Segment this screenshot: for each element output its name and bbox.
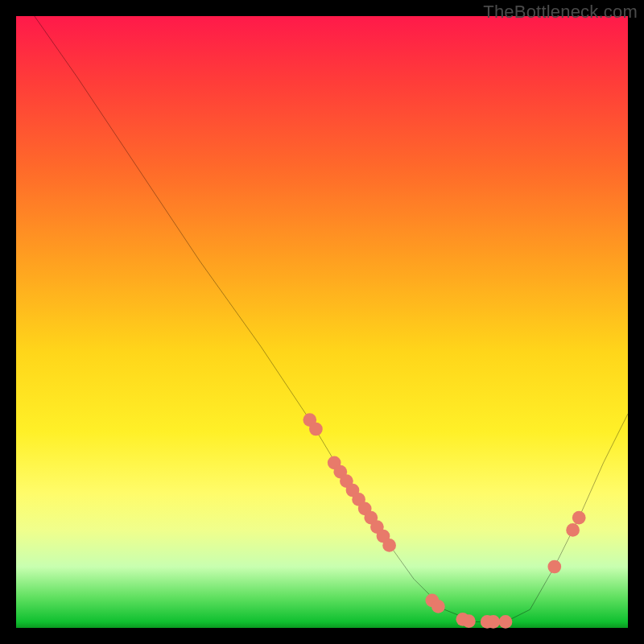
data-dot [431, 600, 445, 613]
data-dot [499, 615, 513, 629]
data-dot [462, 614, 476, 628]
data-dot [486, 615, 500, 629]
data-dot [309, 423, 323, 436]
bottleneck-curve [35, 16, 628, 621]
data-dot [566, 523, 580, 537]
data-dot [547, 560, 561, 574]
data-dot [572, 511, 586, 525]
chart-svg [16, 16, 628, 628]
data-dots-group [303, 413, 585, 629]
data-dot [382, 539, 396, 552]
